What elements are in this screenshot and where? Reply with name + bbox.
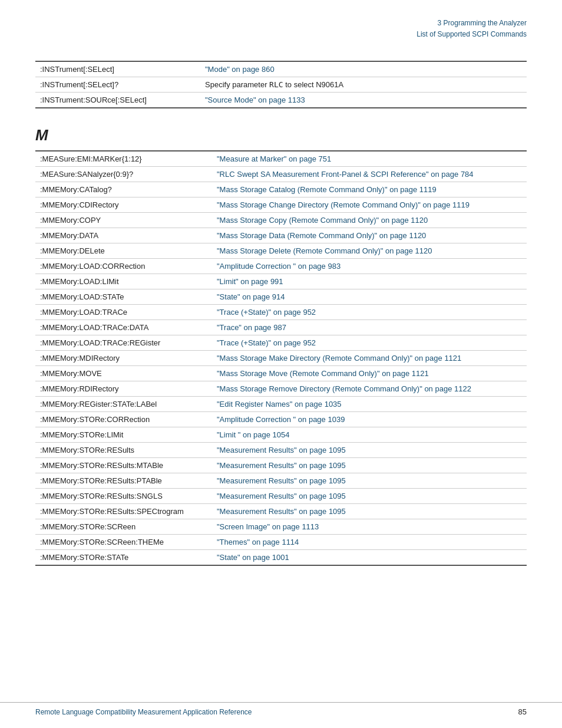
section-heading-m: M [35, 126, 527, 144]
page-number: 85 [518, 707, 527, 716]
command-cell: :MMEMory:STORe:STATe [35, 550, 212, 566]
description-link[interactable]: "Limit" on page 991 [217, 277, 283, 286]
command-cell: :MMEMory:STORe:CORRection [35, 412, 212, 427]
table-row: :MMEMory:LOAD:TRACe:DATA"Trace" on page … [35, 320, 527, 335]
description-link[interactable]: "Amplitude Correction " on page 1039 [217, 415, 345, 424]
code-span: RLC [269, 80, 283, 89]
description-cell: "RLC Swept SA Measurement Front-Panel & … [212, 167, 527, 182]
table-row: :MMEMory:MOVE"Mass Storage Move (Remote … [35, 366, 527, 381]
command-cell: :MMEMory:STORe:RESults [35, 443, 212, 458]
command-cell: :INSTrument:SOURce[:SELect] [35, 93, 200, 108]
page: 3 Programming the Analyzer List of Suppo… [0, 0, 562, 601]
table-row: :MEASure:SANalyzer{0:9}?"RLC Swept SA Me… [35, 167, 527, 182]
description-link[interactable]: "Mass Storage Copy (Remote Command Only)… [217, 216, 428, 225]
description-link[interactable]: "Mass Storage Make Directory (Remote Com… [217, 354, 461, 363]
page-header: 3 Programming the Analyzer List of Suppo… [35, 18, 527, 43]
command-cell: :MMEMory:RDIRectory [35, 381, 212, 397]
description-cell: "Edit Register Names" on page 1035 [212, 397, 527, 412]
description-link[interactable]: "Measurement Results" on page 1095 [217, 461, 346, 470]
description-link[interactable]: "Mode" on page 860 [205, 65, 275, 74]
description-link[interactable]: "Amplitude Correction " on page 983 [217, 262, 340, 271]
description-cell: "State" on page 1001 [212, 550, 527, 566]
description-cell: "Measurement Results" on page 1095 [212, 489, 527, 504]
description-link[interactable]: "Mass Storage Data (Remote Command Only)… [217, 231, 426, 240]
command-cell: :MMEMory:COPY [35, 213, 212, 228]
command-cell: :MMEMory:LOAD:STATe [35, 289, 212, 305]
description-cell: "Measurement Results" on page 1095 [212, 443, 527, 458]
description-link[interactable]: "Trace (+State)" on page 952 [217, 308, 316, 317]
description-cell: "Mass Storage Move (Remote Command Only)… [212, 366, 527, 381]
command-cell: :MMEMory:LOAD:CORRection [35, 259, 212, 274]
chapter-title: 3 Programming the Analyzer [35, 18, 527, 29]
chapter-subtitle: List of Supported SCPI Commands [35, 29, 527, 40]
table-row: :MMEMory:LOAD:LIMit"Limit" on page 991 [35, 274, 527, 289]
description-cell: "Measurement Results" on page 1095 [212, 458, 527, 473]
page-footer: Remote Language Compatibility Measuremen… [0, 702, 562, 716]
command-cell: :MMEMory:DATA [35, 228, 212, 243]
description-cell: "Mass Storage Copy (Remote Command Only)… [212, 213, 527, 228]
command-cell: :MMEMory:STORe:RESults:SNGLS [35, 489, 212, 504]
description-cell: "Trace" on page 987 [212, 320, 527, 335]
table-row: :MMEMory:LOAD:TRACe"Trace (+State)" on p… [35, 305, 527, 320]
description-link[interactable]: "Mass Storage Change Directory (Remote C… [217, 200, 470, 209]
command-cell: :MMEMory:LOAD:TRACe:DATA [35, 320, 212, 335]
description-link[interactable]: "Measurement Results" on page 1095 [217, 476, 346, 485]
description-link[interactable]: "Measurement Results" on page 1095 [217, 492, 346, 500]
description-link[interactable]: "Measure at Marker" on page 751 [217, 154, 331, 163]
description-link[interactable]: "Mass Storage Remove Directory (Remote C… [217, 384, 471, 393]
table-row: :MMEMory:RDIRectory"Mass Storage Remove … [35, 381, 527, 397]
description-link[interactable]: "Measurement Results" on page 1095 [217, 507, 346, 516]
description-cell: "Mode" on page 860 [200, 61, 527, 77]
command-cell: :MMEMory:MDIRectory [35, 351, 212, 366]
command-cell: :MMEMory:STORe:SCReen:THEMe [35, 535, 212, 550]
footer-left-text: Remote Language Compatibility Measuremen… [35, 708, 252, 716]
description-link[interactable]: "Trace" on page 987 [217, 323, 286, 332]
description-link[interactable]: "Mass Storage Move (Remote Command Only)… [217, 369, 429, 378]
command-cell: :MMEMory:STORe:RESults:MTABle [35, 458, 212, 473]
table-row: :MMEMory:LOAD:CORRection"Amplitude Corre… [35, 259, 527, 274]
description-link[interactable]: "Mass Storage Catalog (Remote Command On… [217, 185, 437, 194]
description-link[interactable]: "Mass Storage Delete (Remote Command Onl… [217, 246, 432, 255]
description-link[interactable]: "Limit " on page 1054 [217, 430, 289, 439]
description-cell: "Mass Storage Change Directory (Remote C… [212, 197, 527, 213]
table-row: :MMEMory:DATA"Mass Storage Data (Remote … [35, 228, 527, 243]
description-link[interactable]: "State" on page 914 [217, 292, 285, 301]
description-cell: "Limit " on page 1054 [212, 427, 527, 443]
description-cell: "Themes" on page 1114 [212, 535, 527, 550]
description-cell: "Trace (+State)" on page 952 [212, 305, 527, 320]
description-cell: "Screen Image" on page 1113 [212, 519, 527, 535]
table-row: :MMEMory:LOAD:STATe"State" on page 914 [35, 289, 527, 305]
description-cell: "Mass Storage Delete (Remote Command Onl… [212, 243, 527, 259]
description-link[interactable]: "Themes" on page 1114 [217, 538, 299, 546]
description-link[interactable]: "Measurement Results" on page 1095 [217, 446, 346, 454]
command-cell: :MMEMory:STORe:RESults:SPECtrogram [35, 504, 212, 519]
command-cell: :MMEMory:STORe:SCReen [35, 519, 212, 535]
table-row: :MMEMory:STORe:RESults:SPECtrogram"Measu… [35, 504, 527, 519]
table-row: :INSTrument[:SELect]"Mode" on page 860 [35, 61, 527, 77]
description-cell: "Mass Storage Catalog (Remote Command On… [212, 182, 527, 197]
description-link[interactable]: "Screen Image" on page 1113 [217, 522, 319, 531]
description-cell: "Limit" on page 991 [212, 274, 527, 289]
description-link[interactable]: "Source Mode" on page 1133 [205, 95, 305, 104]
command-cell: :MMEMory:STORe:LIMit [35, 427, 212, 443]
command-cell: :MMEMory:MOVE [35, 366, 212, 381]
table-row: :MMEMory:STORe:RESults"Measurement Resul… [35, 443, 527, 458]
description-cell: "Trace (+State)" on page 952 [212, 335, 527, 351]
description-link[interactable]: "Trace (+State)" on page 952 [217, 338, 316, 347]
description-cell: "Mass Storage Remove Directory (Remote C… [212, 381, 527, 397]
command-cell: :MMEMory:DELete [35, 243, 212, 259]
main-table: :MEASure:EMI:MARKer{1:12}"Measure at Mar… [35, 150, 527, 566]
table-row: :MMEMory:STORe:RESults:PTABle"Measuremen… [35, 473, 527, 489]
description-cell: Specify parameter RLC to select N9061A [200, 77, 527, 93]
command-cell: :MMEMory:CATalog? [35, 182, 212, 197]
description-link[interactable]: "Edit Register Names" on page 1035 [217, 400, 342, 409]
table-row: :MMEMory:COPY"Mass Storage Copy (Remote … [35, 213, 527, 228]
description-link[interactable]: "State" on page 1001 [217, 553, 289, 562]
description-link[interactable]: "RLC Swept SA Measurement Front-Panel & … [217, 170, 474, 179]
table-row: :INSTrument[:SELect]?Specify parameter R… [35, 77, 527, 93]
command-cell: :INSTrument[:SELect] [35, 61, 200, 77]
intro-table: :INSTrument[:SELect]"Mode" on page 860:I… [35, 61, 527, 108]
table-row: :MMEMory:STORe:RESults:SNGLS"Measurement… [35, 489, 527, 504]
table-row: :MMEMory:STORe:SCReen"Screen Image" on p… [35, 519, 527, 535]
command-cell: :MMEMory:CDIRectory [35, 197, 212, 213]
